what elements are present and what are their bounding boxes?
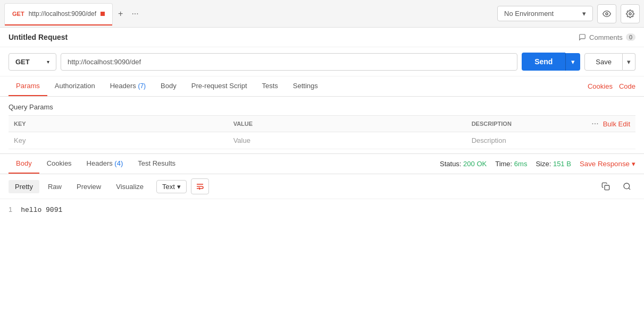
svg-point-0 [606, 13, 608, 15]
word-wrap-button[interactable] [191, 178, 209, 194]
send-button[interactable]: Send [522, 53, 565, 71]
response-content: 1 hello 9091 [0, 199, 644, 220]
text-format-dropdown[interactable]: Text ▾ [156, 180, 187, 193]
new-tab-button[interactable]: + [115, 6, 126, 22]
text-format-label: Text [162, 183, 175, 191]
toolbar-right [597, 178, 635, 194]
more-options-button[interactable]: ··· [591, 119, 598, 129]
svg-point-1 [629, 13, 631, 15]
svg-line-6 [629, 188, 630, 190]
save-dropdown-button[interactable]: ▾ [623, 53, 635, 71]
environment-label: No Environment [504, 10, 554, 18]
query-params-section: Query Params KEY VALUE DESCRIPTION ··· B… [0, 97, 644, 149]
response-section: Body Cookies Headers (4) Test Results St… [0, 153, 644, 220]
description-column-header: DESCRIPTION ··· Bulk Edit [466, 116, 635, 132]
eye-icon-button[interactable] [597, 4, 616, 23]
save-response-button[interactable]: Save Response ▾ [580, 160, 635, 168]
tab-tests[interactable]: Tests [255, 76, 286, 96]
res-tab-body[interactable]: Body [9, 154, 39, 174]
url-input[interactable] [61, 53, 517, 71]
search-button[interactable] [618, 178, 635, 194]
response-body-text: hello 9091 [21, 206, 62, 214]
chevron-down-icon: ▾ [582, 10, 586, 18]
size-value: 151 B [553, 160, 571, 168]
comments-count: 0 [626, 33, 635, 41]
send-dropdown-chevron-icon: ▾ [571, 58, 575, 66]
table-row: Key Value Description [9, 132, 635, 149]
comments-button[interactable]: Comments 0 [579, 33, 635, 41]
method-select[interactable]: GET ▾ [9, 53, 56, 71]
comments-label: Comments [589, 33, 623, 41]
tab-headers[interactable]: Headers (7) [103, 76, 153, 96]
environment-area: No Environment ▾ [497, 4, 640, 23]
res-tab-test-results[interactable]: Test Results [130, 154, 183, 174]
response-body-toolbar: Pretty Raw Preview Visualize Text ▾ [0, 174, 644, 199]
status-label: Status: 200 OK [440, 160, 487, 168]
more-tabs-button[interactable]: ··· [128, 6, 141, 22]
query-params-title: Query Params [9, 103, 635, 111]
request-tabs: Params Authorization Headers (7) Body Pr… [0, 76, 644, 97]
request-tab[interactable]: GET http://localhost:9090/def [4, 3, 113, 24]
title-bar: Untitled Request Comments 0 [0, 28, 644, 47]
format-visualize-button[interactable]: Visualize [110, 180, 150, 193]
copy-button[interactable] [597, 178, 614, 194]
key-cell[interactable]: Key [9, 132, 228, 149]
time-value: 6ms [514, 160, 528, 168]
cookies-link[interactable]: Cookies [588, 82, 613, 90]
save-button[interactable]: Save [584, 53, 623, 71]
request-tabs-right: Cookies Code [588, 82, 635, 90]
method-chevron-icon: ▾ [47, 59, 49, 65]
tab-modified-dot [101, 12, 105, 16]
size-label: Size: 151 B [536, 160, 571, 168]
format-raw-button[interactable]: Raw [41, 180, 68, 193]
svg-point-5 [624, 183, 630, 189]
tab-area: GET http://localhost:9090/def + ··· [4, 3, 142, 24]
value-cell[interactable]: Value [228, 132, 466, 149]
bulk-edit-button[interactable]: Bulk Edit [603, 120, 630, 128]
top-bar: GET http://localhost:9090/def + ··· No E… [0, 0, 644, 28]
save-button-group: Save ▾ [584, 53, 635, 71]
description-cell[interactable]: Description [466, 132, 635, 149]
tab-url: http://localhost:9090/def [29, 10, 96, 18]
res-tab-cookies[interactable]: Cookies [39, 154, 79, 174]
tab-body[interactable]: Body [153, 76, 184, 96]
params-table: KEY VALUE DESCRIPTION ··· Bulk Edit Key … [9, 115, 635, 149]
response-status: Status: 200 OK Time: 6ms Size: 151 B Sav… [440, 160, 635, 168]
value-column-header: VALUE [228, 116, 466, 132]
key-column-header: KEY [9, 116, 228, 132]
format-pretty-button[interactable]: Pretty [9, 180, 39, 193]
response-line: 1 hello 9091 [9, 205, 635, 214]
tab-method: GET [12, 11, 24, 17]
save-response-chevron-icon: ▾ [632, 160, 635, 168]
tab-params[interactable]: Params [9, 76, 47, 96]
line-number: 1 [9, 205, 12, 213]
svg-rect-4 [605, 185, 609, 190]
tab-pre-request-script[interactable]: Pre-request Script [184, 76, 255, 96]
url-bar: GET ▾ Send ▾ Save ▾ [0, 47, 644, 76]
tab-settings[interactable]: Settings [286, 76, 325, 96]
status-value: 200 OK [463, 160, 487, 168]
table-actions: ··· Bulk Edit [591, 119, 630, 129]
code-link[interactable]: Code [619, 82, 635, 90]
method-text: GET [15, 58, 30, 66]
save-dropdown-chevron-icon: ▾ [627, 58, 631, 66]
tab-authorization[interactable]: Authorization [47, 76, 103, 96]
send-button-group: Send ▾ [522, 53, 580, 71]
page-title: Untitled Request [9, 33, 68, 41]
time-label: Time: 6ms [495, 160, 527, 168]
text-format-chevron-icon: ▾ [177, 183, 181, 191]
send-dropdown-button[interactable]: ▾ [565, 53, 580, 71]
res-tab-headers[interactable]: Headers (4) [79, 154, 131, 174]
environment-select[interactable]: No Environment ▾ [497, 6, 593, 21]
response-tabs-row: Body Cookies Headers (4) Test Results St… [0, 154, 644, 174]
gear-icon-button[interactable] [621, 4, 640, 23]
format-preview-button[interactable]: Preview [70, 180, 107, 193]
